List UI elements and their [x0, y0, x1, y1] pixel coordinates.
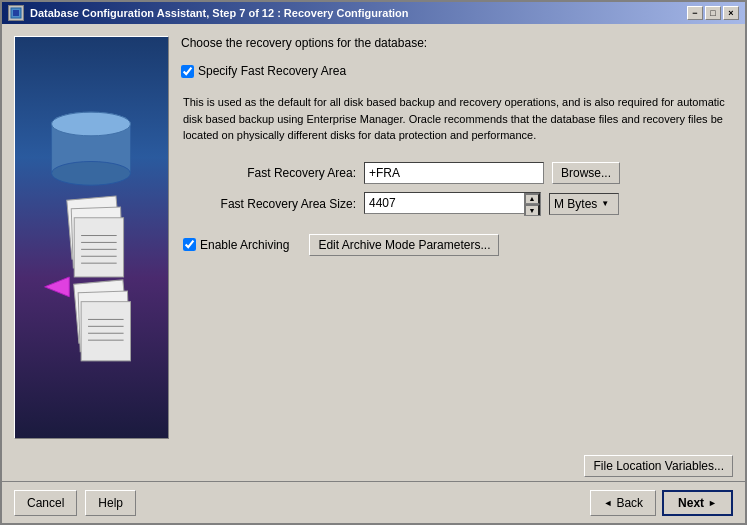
svg-marker-21	[45, 277, 70, 297]
instruction-text: Choose the recovery options for the data…	[181, 36, 733, 50]
size-spinner-group: ▲ ▼	[364, 192, 541, 216]
file-location-area: File Location Variables...	[2, 451, 745, 481]
app-icon	[8, 5, 24, 21]
description-text: This is used as the default for all disk…	[181, 94, 733, 144]
archiving-section: Enable Archiving Edit Archive Mode Param…	[181, 234, 733, 256]
specify-recovery-area-row: Specify Fast Recovery Area	[181, 64, 733, 78]
footer-right-buttons: ◄ Back Next ►	[590, 490, 733, 516]
spinner-buttons: ▲ ▼	[524, 192, 541, 216]
dropdown-arrow-icon: ▼	[601, 199, 609, 208]
footer: Cancel Help ◄ Back Next ►	[2, 481, 745, 523]
minimize-button[interactable]: −	[687, 6, 703, 20]
spinner-down-button[interactable]: ▼	[524, 204, 540, 215]
back-arrow-icon: ◄	[603, 498, 612, 508]
fast-recovery-area-row: Fast Recovery Area: Browse...	[181, 162, 733, 184]
spinner-up-button[interactable]: ▲	[524, 193, 540, 204]
fast-recovery-size-label: Fast Recovery Area Size:	[181, 197, 356, 211]
enable-archiving-checkbox[interactable]	[183, 238, 196, 251]
footer-left-buttons: Cancel Help	[14, 490, 136, 516]
right-panel: Choose the recovery options for the data…	[181, 36, 733, 439]
next-arrow-icon: ►	[708, 498, 717, 508]
fast-recovery-size-row: Fast Recovery Area Size: ▲ ▼ M Bytes ▼	[181, 192, 733, 216]
title-buttons: − □ ×	[687, 6, 739, 20]
close-button[interactable]: ×	[723, 6, 739, 20]
maximize-button[interactable]: □	[705, 6, 721, 20]
fast-recovery-area-input[interactable]	[364, 162, 544, 184]
back-button[interactable]: ◄ Back	[590, 490, 656, 516]
help-button[interactable]: Help	[85, 490, 136, 516]
next-button[interactable]: Next ►	[662, 490, 733, 516]
specify-recovery-checkbox[interactable]	[181, 65, 194, 78]
svg-rect-1	[13, 10, 19, 16]
file-location-variables-button[interactable]: File Location Variables...	[584, 455, 733, 477]
fast-recovery-area-label: Fast Recovery Area:	[181, 166, 356, 180]
form-section: Fast Recovery Area: Browse... Fast Recov…	[181, 162, 733, 216]
size-unit-dropdown[interactable]: M Bytes ▼	[549, 193, 619, 215]
next-label: Next	[678, 496, 704, 510]
main-window: Database Configuration Assistant, Step 7…	[0, 0, 747, 525]
size-unit-value: M Bytes	[554, 197, 597, 211]
fast-recovery-size-input[interactable]	[364, 192, 524, 214]
svg-point-4	[52, 161, 131, 185]
enable-archiving-label: Enable Archiving	[200, 238, 289, 252]
svg-point-5	[52, 112, 131, 136]
back-label: Back	[616, 496, 643, 510]
cancel-button[interactable]: Cancel	[14, 490, 77, 516]
edit-archive-params-button[interactable]: Edit Archive Mode Parameters...	[309, 234, 499, 256]
svg-rect-15	[74, 218, 123, 277]
content-area: Choose the recovery options for the data…	[2, 24, 745, 451]
window-title: Database Configuration Assistant, Step 7…	[30, 7, 409, 19]
specify-recovery-label: Specify Fast Recovery Area	[198, 64, 346, 78]
enable-archiving-row: Enable Archiving	[183, 238, 289, 252]
svg-rect-29	[81, 302, 130, 361]
title-bar-left: Database Configuration Assistant, Step 7…	[8, 5, 409, 21]
title-bar: Database Configuration Assistant, Step 7…	[2, 2, 745, 24]
browse-button[interactable]: Browse...	[552, 162, 620, 184]
illustration-panel	[14, 36, 169, 439]
